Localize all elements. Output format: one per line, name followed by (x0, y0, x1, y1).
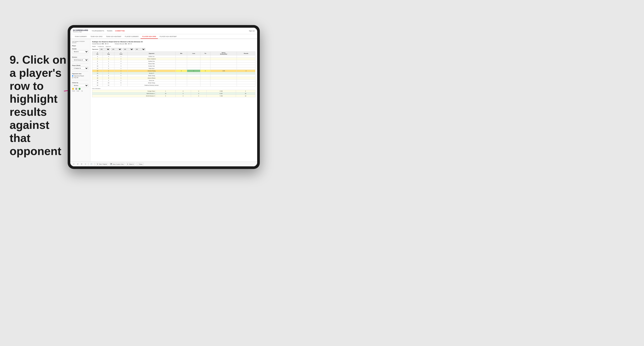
data-cell: 1 (114, 70, 128, 72)
data-cell: 6 (92, 60, 103, 63)
sidebar: Last Updated: 27/03/2024 16:55:28 Player… (70, 39, 90, 162)
data-cell: 2 (114, 79, 128, 82)
tab-team-summary[interactable]: TEAM SUMMARY (73, 34, 89, 39)
colour-dot-up (78, 88, 80, 90)
out-data-cell: 0 (175, 95, 191, 97)
data-cell (187, 67, 200, 70)
redo-button[interactable]: ↺ (76, 163, 79, 165)
out-name-cell: Foreign Team (92, 90, 156, 92)
gender-select[interactable]: Women's (72, 50, 88, 53)
data-cell (176, 79, 187, 82)
undo-button[interactable]: ↩ (72, 163, 75, 165)
table-row[interactable]: 1691Jessica Mason (92, 77, 256, 79)
clock-button[interactable]: 🕐 (90, 163, 93, 165)
data-cell: 8 (102, 75, 114, 77)
table-row[interactable]: 1132Heeji Hyun (92, 67, 256, 70)
out-data-cell: 0 (175, 92, 191, 95)
data-cell (200, 72, 210, 75)
out-data-cell: 5 (156, 95, 175, 97)
tab-team-h2h-heatmap[interactable]: TEAM H2H HEATMAP (104, 34, 123, 39)
col-reg: #Reg (102, 52, 114, 55)
data-cell: 19 (92, 82, 103, 84)
table-row[interactable]: 19106Emily Chang (92, 82, 256, 84)
grid-records: Overall Record: 353 - 34 - 6 Division Re… (92, 43, 256, 44)
table-row[interactable]: 914Sharon Mun (92, 63, 256, 65)
nav-tournaments[interactable]: TOURNAMENTS (92, 30, 104, 32)
data-cell (176, 55, 187, 58)
col-conf: #Conf (114, 52, 128, 55)
radio-top100[interactable]: Top 100 (72, 77, 88, 78)
opponent-filter-select[interactable]: (All) (134, 48, 146, 51)
colour-by-select[interactable]: Win/loss (72, 84, 88, 87)
logo-area: SCOREBOARD Powered by clippd (73, 29, 88, 32)
data-cell (210, 58, 237, 60)
col-diff: Diff AvStrokes/Rnd (210, 52, 237, 55)
watch-button[interactable]: 👁 Watch ▾ (126, 163, 135, 165)
colour-by-label: Colour by (72, 82, 88, 83)
nav-committee[interactable]: COMMITTEE (115, 30, 125, 32)
data-cell (237, 58, 256, 60)
table-row[interactable]: 522Alexis Sudjianto (92, 58, 256, 60)
out-data-cell: 2 (236, 90, 255, 92)
table-row[interactable]: 20117Federica Domecq Lacroze (92, 84, 256, 87)
tab-team-h2h-grid[interactable]: TEAM H2H GRID (89, 34, 104, 39)
data-cell (200, 60, 210, 63)
region-filter-select[interactable]: (All) (111, 48, 122, 51)
forward-button[interactable]: ⟳ (80, 163, 83, 165)
data-cell: 6 (102, 65, 114, 67)
table-row[interactable]: 1063Andrea York (92, 65, 256, 67)
share-button[interactable]: ↗ Share (136, 163, 144, 165)
player-rank-select[interactable]: 8. Katelyn Vo (72, 67, 88, 70)
data-cell: 9 (92, 63, 103, 65)
data-cell (210, 63, 237, 65)
data-cell (187, 84, 200, 87)
tab-player-summary[interactable]: PLAYER SUMMARY (123, 34, 140, 39)
data-cell (176, 63, 187, 65)
data-cell (176, 65, 187, 67)
table-row[interactable]: 1822Euna Lee (92, 79, 256, 82)
data-cell (210, 67, 237, 70)
data-cell (200, 77, 210, 79)
colour-dots (72, 88, 88, 90)
data-cell (187, 55, 200, 58)
nav-teams[interactable]: TEAMS (107, 30, 112, 32)
sidebar-gender-section: Gender Women's (72, 48, 88, 53)
data-cell: 18 (92, 79, 103, 82)
data-cell (237, 82, 256, 84)
data-cell (200, 75, 210, 77)
save-custom-label: Save Custom View (113, 164, 124, 165)
radio-opponents-played[interactable]: Opponents Played (72, 75, 88, 77)
bottom-toolbar: ↩ ↺ ⟳ ✂ 🕐 👁 View: Original 💾 Save Custom… (70, 162, 257, 166)
division-select[interactable]: NCAA Division III (72, 58, 88, 61)
table-row[interactable]: 1311Jessica Huang010-3.002 (92, 70, 256, 72)
data-cell (187, 63, 200, 65)
table-row[interactable]: 341Esther Lee (92, 55, 256, 58)
sign-out-button[interactable]: Sign out (249, 30, 254, 32)
data-cell (200, 63, 210, 65)
table-row[interactable]: 1474Eunice Yi (92, 72, 256, 75)
data-cell: 3 (92, 55, 103, 58)
tab-player-h2h-heatmap[interactable]: PLAYER H2H HEATMAP (158, 34, 178, 39)
data-cell: 9 (102, 77, 114, 79)
scissors-button[interactable]: ✂ (84, 163, 87, 165)
data-cell: 10 (92, 65, 103, 67)
data-cell (210, 75, 237, 77)
sidebar-player-label: Player (72, 45, 88, 46)
share-label: Share (139, 164, 142, 165)
opponents-filter-select[interactable]: (All) (99, 48, 110, 51)
view-original-button[interactable]: 👁 View: Original (96, 163, 108, 165)
data-cell (237, 77, 256, 79)
table-row[interactable]: 1585Stella Cheng (92, 75, 256, 77)
data-cell (200, 67, 210, 70)
out-data-cell: 0 (191, 92, 206, 95)
conference-filter-select[interactable]: (All) (123, 48, 134, 51)
out-division-row: Foreign Team1004.5002 (92, 90, 256, 92)
toolbar-sep-2 (94, 163, 94, 166)
table-row[interactable]: 613Sydney Kuo (92, 60, 256, 63)
data-cell (176, 84, 187, 87)
data-cell (237, 60, 256, 63)
out-data-cell: 7.400 (206, 95, 236, 97)
save-custom-button[interactable]: 💾 Save Custom View (109, 163, 125, 165)
out-division-table: Foreign Team1004.5002NAIA Division 11500… (92, 90, 256, 97)
tab-player-h2h-grid[interactable]: PLAYER H2H GRID (140, 34, 158, 39)
